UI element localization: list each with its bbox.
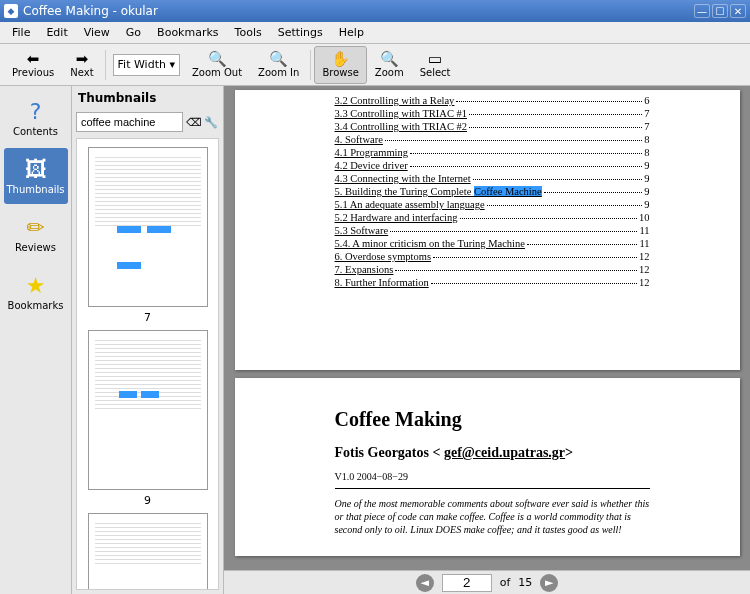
menu-go[interactable]: Go bbox=[118, 23, 149, 42]
zoom-out-button[interactable]: 🔍Zoom Out bbox=[184, 46, 250, 84]
menu-bookmarks[interactable]: Bookmarks bbox=[149, 23, 226, 42]
clear-search-icon[interactable]: ⌫ bbox=[186, 116, 200, 129]
toc-entry[interactable]: 6. Overdose symptoms12 bbox=[335, 250, 650, 263]
total-pages: 15 bbox=[518, 576, 532, 589]
doc-version: V1.0 2004−08−29 bbox=[335, 471, 650, 482]
app-icon: ◆ bbox=[4, 4, 18, 18]
side-tabs: ?Contents 🖼Thumbnails ✏Reviews ★Bookmark… bbox=[0, 86, 72, 594]
zoom-in-button[interactable]: 🔍Zoom In bbox=[250, 46, 307, 84]
thumbnail-page[interactable] bbox=[88, 513, 208, 590]
toc-entry[interactable]: 5.2 Hardware and interfacing10 bbox=[335, 211, 650, 224]
thumbnail-page-7[interactable] bbox=[88, 147, 208, 307]
zoom-out-icon: 🔍 bbox=[208, 51, 227, 67]
toc-entry[interactable]: 5.1 An adequate assembly language9 bbox=[335, 198, 650, 211]
arrow-left-icon: ⬅ bbox=[27, 51, 40, 67]
toc-entry[interactable]: 4.3 Connecting with the Internet9 bbox=[335, 172, 650, 185]
help-icon: ? bbox=[30, 99, 42, 124]
toc-entry[interactable]: 4. Software8 bbox=[335, 133, 650, 146]
zoom-icon: 🔍 bbox=[380, 51, 399, 67]
doc-title: Coffee Making bbox=[335, 408, 650, 431]
doc-intro: One of the most memorable comments about… bbox=[335, 497, 650, 536]
page-toc: 3.2 Controlling with a Relay6 3.3 Contro… bbox=[235, 90, 740, 370]
doc-author: Fotis Georgatos < gef@ceid.upatras.gr> bbox=[335, 445, 650, 461]
toc-entry[interactable]: 7. Expansions12 bbox=[335, 263, 650, 276]
next-button[interactable]: ➡Next bbox=[62, 46, 101, 84]
previous-button[interactable]: ⬅Previous bbox=[4, 46, 62, 84]
thumbnail-label: 7 bbox=[81, 311, 214, 324]
maximize-button[interactable]: ☐ bbox=[712, 4, 728, 18]
page-navigator: ◄ of 15 ► bbox=[224, 570, 750, 594]
chevron-down-icon: ▾ bbox=[169, 58, 175, 71]
toolbar: ⬅Previous ➡Next Fit Width ▾ 🔍Zoom Out 🔍Z… bbox=[0, 44, 750, 86]
menu-tools[interactable]: Tools bbox=[227, 23, 270, 42]
minimize-button[interactable]: — bbox=[694, 4, 710, 18]
thumbnail-label: 9 bbox=[81, 494, 214, 507]
menu-settings[interactable]: Settings bbox=[270, 23, 331, 42]
page-content: Coffee Making Fotis Georgatos < gef@ceid… bbox=[235, 378, 740, 556]
toc-entry[interactable]: 4.1 Programming8 bbox=[335, 146, 650, 159]
next-page-button[interactable]: ► bbox=[540, 574, 558, 592]
pencil-icon: ✏ bbox=[26, 215, 44, 240]
select-icon: ▭ bbox=[428, 51, 442, 67]
toolbar-separator bbox=[105, 50, 106, 80]
star-icon: ★ bbox=[26, 273, 46, 298]
toc-entry[interactable]: 5. Building the Turing Complete Coffee M… bbox=[335, 185, 650, 198]
author-email-link[interactable]: gef@ceid.upatras.gr bbox=[444, 445, 565, 460]
toc-entry[interactable]: 3.3 Controlling with TRIAC #17 bbox=[335, 107, 650, 120]
menu-view[interactable]: View bbox=[76, 23, 118, 42]
search-config-icon[interactable]: 🔧 bbox=[203, 114, 219, 130]
prev-page-button[interactable]: ◄ bbox=[416, 574, 434, 592]
menubar: File Edit View Go Bookmarks Tools Settin… bbox=[0, 22, 750, 44]
toc-entry[interactable]: 5.3 Software11 bbox=[335, 224, 650, 237]
thumbnails-icon: 🖼 bbox=[25, 157, 47, 182]
divider bbox=[335, 488, 650, 489]
thumbnails-list[interactable]: 7 9 bbox=[76, 138, 219, 590]
window-title: Coffee Making - okular bbox=[23, 4, 692, 18]
zoom-mode-select[interactable]: Fit Width ▾ bbox=[113, 54, 180, 76]
select-button[interactable]: ▭Select bbox=[412, 46, 459, 84]
toolbar-separator bbox=[310, 50, 311, 80]
document-scroll[interactable]: 3.2 Controlling with a Relay6 3.3 Contro… bbox=[224, 86, 750, 570]
tab-thumbnails[interactable]: 🖼Thumbnails bbox=[4, 148, 68, 204]
current-page-input[interactable] bbox=[442, 574, 492, 592]
zoom-in-icon: 🔍 bbox=[269, 51, 288, 67]
tab-contents[interactable]: ?Contents bbox=[4, 90, 68, 146]
tab-bookmarks[interactable]: ★Bookmarks bbox=[4, 264, 68, 320]
zoom-tool-button[interactable]: 🔍Zoom bbox=[367, 46, 412, 84]
toc-entry[interactable]: 4.2 Device driver9 bbox=[335, 159, 650, 172]
toc-entry[interactable]: 8. Further Information12 bbox=[335, 276, 650, 289]
close-button[interactable]: ✕ bbox=[730, 4, 746, 18]
menu-edit[interactable]: Edit bbox=[38, 23, 75, 42]
page-of-label: of bbox=[500, 576, 511, 589]
document-area: 3.2 Controlling with a Relay6 3.3 Contro… bbox=[224, 86, 750, 594]
toc-entry[interactable]: 3.2 Controlling with a Relay6 bbox=[335, 94, 650, 107]
hand-icon: ✋ bbox=[331, 51, 350, 67]
toc-entry[interactable]: 3.4 Controlling with TRIAC #27 bbox=[335, 120, 650, 133]
arrow-right-icon: ➡ bbox=[76, 51, 89, 67]
menu-help[interactable]: Help bbox=[331, 23, 372, 42]
menu-file[interactable]: File bbox=[4, 23, 38, 42]
thumbnails-search-input[interactable] bbox=[76, 112, 183, 132]
browse-button[interactable]: ✋Browse bbox=[314, 46, 366, 84]
thumbnails-panel: Thumbnails ⌫ 🔧 7 9 bbox=[72, 86, 224, 594]
thumbnail-page-9[interactable] bbox=[88, 330, 208, 490]
toc-entry[interactable]: 5.4. A minor criticism on the Turing Mac… bbox=[335, 237, 650, 250]
thumbnails-header: Thumbnails bbox=[72, 86, 223, 110]
tab-reviews[interactable]: ✏Reviews bbox=[4, 206, 68, 262]
titlebar: ◆ Coffee Making - okular — ☐ ✕ bbox=[0, 0, 750, 22]
